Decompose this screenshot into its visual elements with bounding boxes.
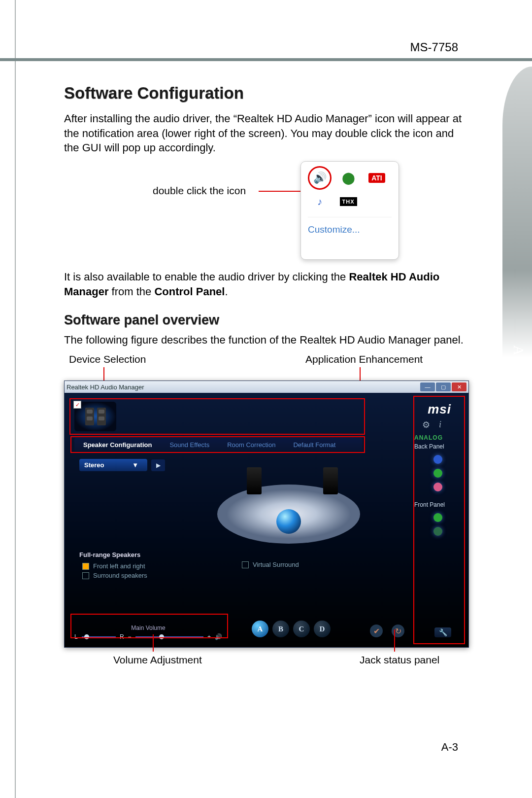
callout-line-app (360, 367, 361, 382)
checkbox-surround[interactable] (82, 572, 89, 579)
fullrange-surround-label: Surround speakers (93, 572, 147, 579)
media-tray-icon[interactable]: ♪ (308, 192, 332, 211)
page-content: Software Configuration After installing … (64, 84, 468, 674)
intro-paragraph: After installing the audio driver, the “… (64, 111, 468, 155)
window-maximize-button[interactable]: ▢ (436, 382, 451, 391)
virtual-surround-label: Virtual Surround (253, 561, 299, 568)
panel-figure: Device Selection Application Enhancement… (64, 353, 468, 674)
enable-text-1: It is also available to enable the audio… (64, 271, 349, 283)
checkbox-virtual-surround[interactable] (242, 561, 249, 568)
appendix-tab-bg (502, 67, 532, 357)
refresh-icon[interactable]: ↻ (392, 625, 404, 637)
speaker-mode-value: Stereo (84, 461, 104, 469)
audio-manager-window: Realtek HD Audio Manager — ▢ ✕ ✓ msi ⚙ i… (64, 381, 469, 648)
callout-device-selection: Device Selection (69, 353, 146, 365)
callout-line-jack (394, 629, 395, 652)
channel-d-button[interactable]: D (314, 621, 331, 637)
overview-paragraph: The following figure describes the funct… (64, 333, 468, 347)
model-number: MS-7758 (410, 40, 458, 54)
stage-speaker-left[interactable] (247, 467, 262, 494)
ati-tray-icon[interactable]: ATI (365, 169, 389, 187)
speaker-stage (217, 460, 360, 549)
checkbox-front[interactable] (82, 563, 89, 570)
subsection-title: Software panel overview (64, 312, 468, 328)
header-rule (0, 58, 532, 61)
listener-orb-icon (276, 509, 301, 534)
enable-text-2: from the (108, 285, 154, 298)
page-left-rule (15, 0, 16, 798)
realtek-tray-icon[interactable]: 🔊 (308, 169, 332, 187)
page-number: A-3 (441, 741, 458, 754)
annotation-device-box (69, 398, 365, 435)
enable-text-3: . (225, 285, 228, 298)
tray-callout-text: double click the icon (153, 185, 246, 197)
channel-a-button[interactable]: A (252, 621, 268, 637)
chevron-down-icon: ▼ (132, 461, 138, 469)
tray-popup: 🔊 ⬤ ATI ♪ THX Customize... (300, 161, 399, 260)
channel-c-button[interactable]: C (293, 621, 310, 637)
tray-customize-link[interactable]: Customize... (308, 217, 392, 235)
thx-tray-icon[interactable]: THX (336, 192, 360, 211)
tray-figure: double click the icon 🔊 ⬤ ATI ♪ THX Cust… (64, 161, 468, 270)
tray-callout-line (259, 191, 303, 192)
fullrange-front-label: Front left and right (93, 562, 145, 570)
callout-app-enhancement: Application Enhancement (305, 353, 423, 365)
connector-settings-button[interactable]: 🔧 (434, 627, 451, 637)
annotation-side-box (413, 396, 465, 644)
device-tray-icon[interactable]: ⬤ (336, 169, 360, 187)
window-title: Realtek HD Audio Manager (66, 383, 144, 391)
annotation-volume-box (70, 614, 228, 638)
speaker-mode-select[interactable]: Stereo ▼ (79, 459, 147, 471)
fullrange-block: Full-range Speakers Front left and right… (79, 551, 147, 581)
fullrange-title: Full-range Speakers (79, 551, 147, 558)
channel-b-button[interactable]: B (272, 621, 289, 637)
callout-line-volume (153, 634, 154, 652)
annotation-tab-box (70, 436, 365, 453)
callout-volume-adjust: Volume Adjustment (113, 654, 202, 666)
stage-speaker-right[interactable] (323, 467, 338, 494)
enable-paragraph: It is also available to enable the audio… (64, 270, 468, 299)
section-title: Software Configuration (64, 84, 468, 103)
window-minimize-button[interactable]: — (420, 382, 435, 391)
confirm-icon[interactable]: ✔ (370, 625, 383, 637)
appendix-tab-label: Appendix A (510, 345, 527, 422)
callout-jack-status: Jack status panel (360, 654, 439, 666)
callout-line-device (103, 367, 104, 382)
window-close-button[interactable]: ✕ (452, 382, 466, 391)
enable-bold-2: Control Panel (154, 285, 225, 298)
window-titlebar: Realtek HD Audio Manager — ▢ ✕ (65, 381, 468, 393)
test-play-button[interactable]: ▶ (151, 459, 165, 471)
